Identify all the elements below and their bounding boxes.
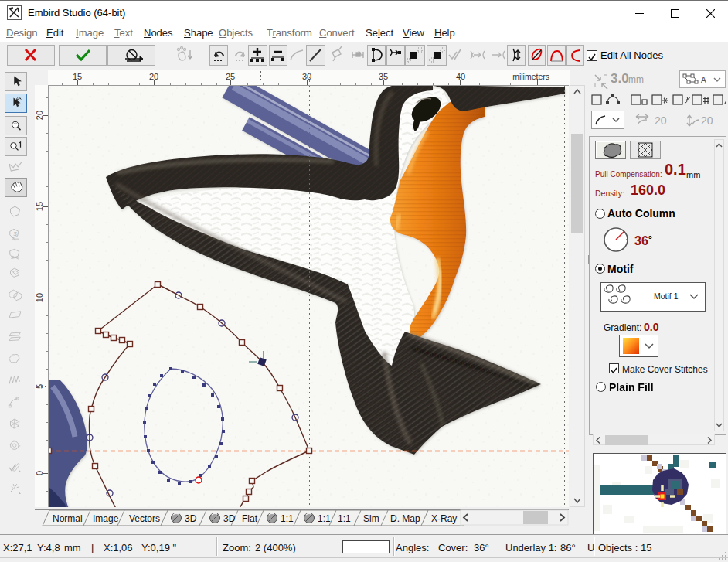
svg-text:milimeters: milimeters — [512, 72, 549, 81]
svg-text:A: A — [701, 76, 706, 84]
svg-text:Sim: Sim — [363, 513, 379, 524]
svg-text:1:1: 1:1 — [281, 513, 294, 524]
svg-text:Motif 1: Motif 1 — [654, 291, 679, 301]
svg-text:20: 20 — [35, 111, 44, 120]
svg-text:S: S — [13, 231, 17, 237]
svg-text:0: 0 — [35, 471, 44, 475]
svg-text:20: 20 — [149, 72, 158, 81]
svg-text:35: 35 — [379, 72, 388, 81]
svg-text:1:1: 1:1 — [338, 513, 351, 524]
svg-text:15: 15 — [35, 202, 44, 211]
svg-text:Normal: Normal — [53, 513, 83, 524]
svg-text:X-Ray: X-Ray — [431, 513, 457, 524]
svg-text:10: 10 — [35, 293, 44, 302]
svg-text:15: 15 — [73, 72, 82, 81]
svg-text:30: 30 — [302, 72, 311, 81]
svg-text:Image: Image — [93, 513, 119, 524]
svg-text:1:1: 1:1 — [318, 513, 331, 524]
svg-text:Vectors: Vectors — [129, 513, 160, 524]
svg-text:40: 40 — [456, 72, 465, 81]
svg-text:Flat: Flat — [242, 513, 258, 524]
svg-text:20: 20 — [701, 114, 713, 127]
svg-text:3D: 3D — [185, 513, 197, 524]
svg-text:20: 20 — [655, 114, 667, 127]
svg-text:25: 25 — [226, 72, 235, 81]
svg-text:5: 5 — [35, 384, 44, 389]
svg-text:3D: 3D — [223, 513, 236, 524]
svg-text:D. Map: D. Map — [390, 513, 420, 524]
